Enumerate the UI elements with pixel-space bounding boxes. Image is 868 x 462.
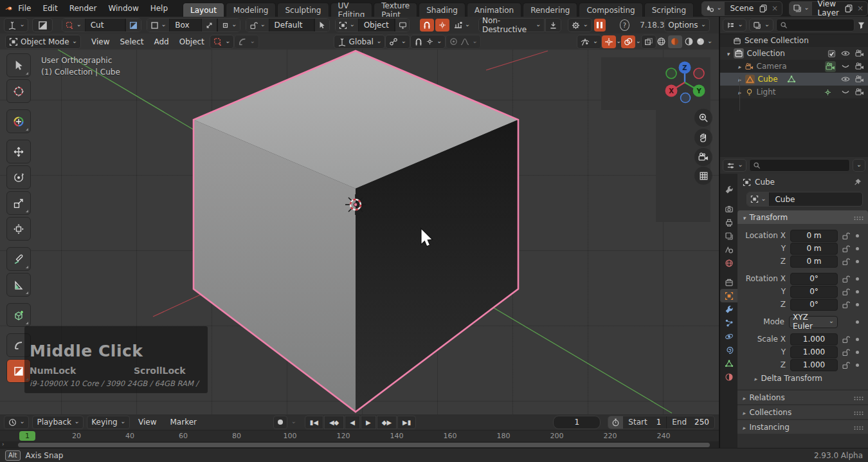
menu-render[interactable]: Render: [64, 4, 103, 13]
timeline-view-menu[interactable]: View: [133, 418, 161, 427]
menu-window[interactable]: Window: [102, 4, 144, 13]
tool-add-cube[interactable]: [6, 303, 31, 327]
menu-help[interactable]: Help: [145, 4, 174, 13]
tab-render[interactable]: [720, 202, 737, 216]
tool-cursor[interactable]: [6, 79, 31, 103]
current-frame-field[interactable]: 1: [553, 416, 601, 429]
axis-neg-z-ball[interactable]: [681, 93, 691, 103]
overlays-toggle[interactable]: [621, 35, 635, 48]
lock-icon[interactable]: [841, 335, 851, 344]
blender-logo-icon[interactable]: [5, 3, 12, 14]
axis-neg-y-ball[interactable]: [666, 68, 676, 79]
editor-type-dropdown[interactable]: [4, 18, 28, 32]
cut-type-dropdown[interactable]: [62, 19, 85, 32]
orthographic-grid-button[interactable]: [694, 167, 712, 185]
location-z-field[interactable]: 0 m: [790, 255, 838, 268]
menu-object[interactable]: Object: [174, 37, 210, 46]
playback-menu[interactable]: Playback: [32, 416, 84, 429]
camera-visibility-icon[interactable]: [855, 49, 864, 58]
visibility-dropdown[interactable]: [577, 35, 601, 49]
timeline-scrollbar[interactable]: ›: [0, 441, 719, 448]
eye-closed-icon[interactable]: [841, 62, 850, 71]
jump-to-start-button[interactable]: ▮◀: [305, 416, 323, 429]
delta-transform-subpanel[interactable]: Delta Transform: [737, 371, 864, 385]
box-type-dropdown[interactable]: [147, 19, 170, 32]
tab-view-layer[interactable]: [720, 229, 737, 243]
disclosure-closed-icon[interactable]: [738, 62, 741, 71]
lock-icon[interactable]: [841, 361, 851, 369]
instancing-panel-header[interactable]: Instancing: [737, 420, 868, 434]
tab-particles[interactable]: [720, 316, 737, 329]
previous-keyframe-button[interactable]: ◀◆: [324, 416, 344, 429]
end-frame-field[interactable]: End250: [667, 416, 714, 429]
pin-icon[interactable]: [853, 178, 862, 187]
animate-dot[interactable]: [856, 338, 859, 341]
animate-dot[interactable]: [856, 290, 859, 293]
scale-z-field[interactable]: 1.000: [790, 359, 838, 371]
snap-magnet-toggle[interactable]: [420, 19, 434, 32]
properties-options-dropdown[interactable]: [853, 159, 865, 172]
object-name-field[interactable]: Cube: [746, 192, 863, 207]
zoom-button[interactable]: [694, 109, 712, 127]
disclosure-open-icon[interactable]: [727, 49, 730, 58]
help-button[interactable]: ?: [620, 19, 629, 31]
animate-dot[interactable]: [856, 277, 859, 281]
snap-settings-dropdown[interactable]: [451, 19, 473, 32]
outliner-row-scene-collection[interactable]: Scene Collection: [720, 34, 868, 47]
outliner-search-input[interactable]: [776, 19, 854, 32]
checkbox-checked-icon[interactable]: [827, 50, 836, 58]
properties-search-input[interactable]: [749, 159, 849, 172]
panel-grip-icon[interactable]: [853, 214, 863, 222]
cube-object[interactable]: [194, 51, 518, 412]
cursor-option-button[interactable]: [314, 19, 329, 32]
scrollbar-thumb[interactable]: [18, 443, 710, 447]
start-frame-field[interactable]: Start1: [623, 416, 667, 429]
jump-to-end-button[interactable]: ▶▮: [397, 416, 416, 429]
editor-divider[interactable]: [719, 17, 720, 448]
tab-modeling[interactable]: Modeling: [226, 3, 276, 17]
tab-shading[interactable]: Shading: [419, 3, 466, 17]
3d-viewport[interactable]: User Orthographic (1) Collection | Cube: [0, 50, 719, 414]
xray-toggle[interactable]: [641, 35, 656, 49]
cut-field[interactable]: Cut: [86, 19, 125, 32]
playhead[interactable]: 1: [19, 431, 35, 441]
snap-increment-toggle[interactable]: [435, 19, 449, 32]
scale-y-field[interactable]: 1.000: [790, 346, 838, 358]
tab-constraints[interactable]: [720, 343, 737, 356]
play-button[interactable]: ▶: [361, 416, 376, 429]
menu-select[interactable]: Select: [114, 37, 149, 46]
properties-editor-dropdown[interactable]: [723, 159, 746, 172]
eye-closed-icon[interactable]: [841, 88, 850, 97]
pan-hand-button[interactable]: [694, 129, 712, 147]
tab-uv-editing[interactable]: UV Editing: [330, 3, 373, 17]
collections-panel-header[interactable]: Collections: [737, 405, 868, 419]
remove-view-layer-icon[interactable]: ×: [853, 4, 867, 13]
lock-icon[interactable]: [841, 245, 851, 253]
chevron-down-icon[interactable]: [616, 37, 621, 46]
camera-data-icon[interactable]: [825, 61, 836, 72]
pause-toggle[interactable]: [594, 19, 606, 32]
outliner-row-camera[interactable]: Camera: [720, 60, 868, 73]
tool-rotate[interactable]: [6, 165, 31, 189]
panel-grip-icon[interactable]: [853, 394, 863, 402]
location-y-field[interactable]: 0 m: [790, 243, 838, 255]
view-layer-name[interactable]: View Layer: [812, 0, 844, 17]
tab-scene[interactable]: [720, 243, 737, 256]
transform-orientation-dropdown[interactable]: Global: [334, 35, 386, 49]
keying-menu[interactable]: Keying: [87, 416, 130, 429]
lock-icon[interactable]: [841, 257, 851, 266]
mesh-data-icon[interactable]: [787, 75, 796, 84]
tool-annotate[interactable]: [6, 247, 31, 271]
scene-browse-button[interactable]: [702, 2, 725, 15]
tool-transform[interactable]: [6, 109, 31, 133]
tab-object-data[interactable]: [720, 356, 737, 370]
eye-open-icon[interactable]: [841, 75, 850, 84]
navigation-gizmo[interactable]: Z X Y: [658, 57, 716, 109]
camera-view-button[interactable]: [694, 148, 712, 166]
falloff-dropdown[interactable]: Non-Destructive: [478, 18, 545, 32]
tab-world[interactable]: [720, 256, 737, 270]
gizmos-toggle[interactable]: [602, 35, 616, 48]
active-tool-dropdown[interactable]: [210, 35, 234, 49]
lock-dropdown[interactable]: [246, 19, 269, 32]
use-preview-range-toggle[interactable]: [608, 416, 623, 429]
